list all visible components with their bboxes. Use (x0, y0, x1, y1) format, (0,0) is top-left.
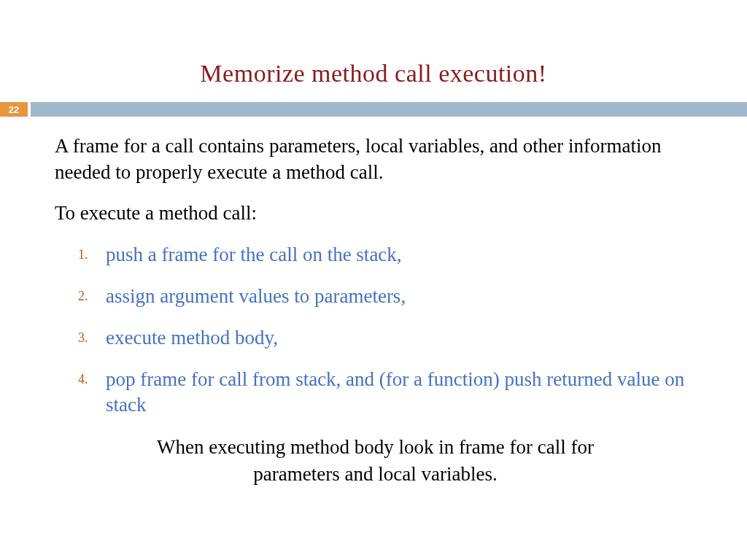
list-item: push a frame for the call on the stack, (78, 242, 696, 268)
intro-paragraph: A frame for a call contains parameters, … (55, 133, 696, 186)
divider-bar (31, 102, 747, 117)
header-divider: 22 (0, 102, 747, 117)
slide-content: A frame for a call contains parameters, … (0, 117, 747, 487)
list-item: assign argument values to parameters, (78, 284, 696, 309)
subhead-text: To execute a method call: (55, 202, 696, 225)
slide-title: Memorize method call execution! (0, 0, 747, 102)
list-item: pop frame for call from stack, and (for … (78, 367, 696, 418)
footer-note: When executing method body look in frame… (55, 434, 696, 487)
page-number-badge: 22 (0, 102, 28, 117)
steps-list: push a frame for the call on the stack, … (55, 242, 696, 418)
list-item: execute method body, (78, 325, 696, 351)
